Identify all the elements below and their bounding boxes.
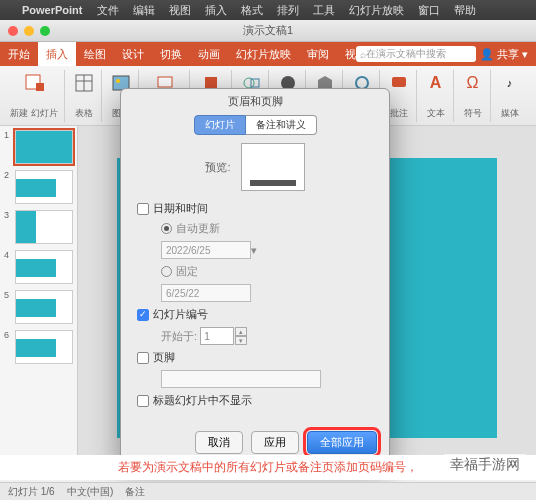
watermark: 幸福手游网 — [444, 454, 526, 476]
tab-design[interactable]: 设计 — [114, 42, 152, 66]
media-icon: ♪ — [499, 72, 521, 94]
menu-slideshow[interactable]: 幻灯片放映 — [349, 3, 404, 18]
new-slide-icon — [23, 72, 45, 94]
tab-animations[interactable]: 动画 — [190, 42, 228, 66]
footer-checkbox[interactable]: 页脚 — [137, 350, 373, 365]
ribbon-symbol[interactable]: Ω符号 — [456, 70, 491, 122]
ribbon-new-slide[interactable]: 新建 幻灯片 — [4, 70, 65, 122]
document-title: 演示文稿1 — [243, 23, 293, 38]
menu-format[interactable]: 格式 — [241, 3, 263, 18]
svg-rect-10 — [251, 79, 259, 87]
spin-up-icon[interactable]: ▴ — [235, 327, 247, 336]
status-notes[interactable]: 备注 — [125, 485, 145, 499]
menu-view[interactable]: 视图 — [169, 3, 191, 18]
window-titlebar: 演示文稿1 — [0, 20, 536, 42]
menu-insert[interactable]: 插入 — [205, 3, 227, 18]
svg-point-6 — [116, 79, 120, 83]
apply-button[interactable]: 应用 — [251, 431, 299, 454]
footer-input[interactable] — [161, 370, 321, 388]
menu-window[interactable]: 窗口 — [418, 3, 440, 18]
apply-all-button[interactable]: 全部应用 — [307, 431, 377, 454]
text-icon: A — [425, 72, 447, 94]
header-footer-dialog: 页眉和页脚 幻灯片 备注和讲义 预览: 日期和时间 自动更新 ▾ 固定 幻灯片编… — [120, 88, 390, 465]
tab-insert[interactable]: 插入 — [38, 42, 76, 66]
svg-rect-7 — [158, 77, 172, 87]
svg-rect-14 — [392, 77, 406, 87]
tab-home[interactable]: 开始 — [0, 42, 38, 66]
dialog-tabs: 幻灯片 备注和讲义 — [121, 115, 389, 135]
fixed-radio[interactable]: 固定 — [161, 264, 373, 279]
thumb-2[interactable]: 2 — [4, 170, 73, 204]
ribbon-table[interactable]: 表格 — [67, 70, 102, 122]
comment-icon — [388, 72, 410, 94]
minimize-icon[interactable] — [24, 26, 34, 36]
menu-file[interactable]: 文件 — [97, 3, 119, 18]
symbol-icon: Ω — [462, 72, 484, 94]
thumb-3[interactable]: 3 — [4, 210, 73, 244]
status-bar: 幻灯片 1/6 中文(中国) 备注 — [0, 482, 536, 500]
datetime-checkbox[interactable]: 日期和时间 — [137, 201, 373, 216]
app-name[interactable]: PowerPoint — [22, 4, 83, 16]
spin-down-icon[interactable]: ▾ — [235, 336, 247, 345]
thumb-6[interactable]: 6 — [4, 330, 73, 364]
table-icon — [73, 72, 95, 94]
auto-date-select[interactable] — [161, 241, 251, 259]
preview-thumbnail — [241, 143, 305, 191]
svg-rect-8 — [205, 77, 217, 89]
fixed-date-input[interactable] — [161, 284, 251, 302]
menu-help[interactable]: 帮助 — [454, 3, 476, 18]
tab-notes[interactable]: 备注和讲义 — [246, 115, 317, 135]
start-from-input[interactable]: 1 — [200, 327, 234, 345]
svg-point-13 — [356, 77, 368, 89]
thumb-1[interactable]: 1 — [4, 130, 73, 164]
tab-transitions[interactable]: 切换 — [152, 42, 190, 66]
search-input[interactable]: ⌕ 在演示文稿中搜索 — [356, 46, 476, 62]
tab-review[interactable]: 审阅 — [299, 42, 337, 66]
tab-draw[interactable]: 绘图 — [76, 42, 114, 66]
menu-tools[interactable]: 工具 — [313, 3, 335, 18]
start-from-row: 开始于: 1 ▴▾ — [161, 327, 373, 345]
tab-slide[interactable]: 幻灯片 — [194, 115, 246, 135]
macos-menubar: PowerPoint 文件 编辑 视图 插入 格式 排列 工具 幻灯片放映 窗口… — [0, 0, 536, 20]
menu-edit[interactable]: 编辑 — [133, 3, 155, 18]
dialog-title: 页眉和页脚 — [121, 89, 389, 111]
cancel-button[interactable]: 取消 — [195, 431, 243, 454]
thumb-4[interactable]: 4 — [4, 250, 73, 284]
menu-arrange[interactable]: 排列 — [277, 3, 299, 18]
tab-slideshow[interactable]: 幻灯片放映 — [228, 42, 299, 66]
status-slide: 幻灯片 1/6 — [8, 485, 55, 499]
preview-label: 预览: — [205, 160, 230, 175]
auto-update-radio[interactable]: 自动更新 — [161, 221, 373, 236]
ribbon-tabbar: 开始 插入 绘图 设计 切换 动画 幻灯片放映 审阅 视图 ⌕ 在演示文稿中搜索… — [0, 42, 536, 66]
slide-thumbnails[interactable]: 1 2 3 4 5 6 — [0, 126, 78, 470]
ribbon-text[interactable]: A文本 — [419, 70, 454, 122]
traffic-lights — [8, 26, 50, 36]
hide-on-title-checkbox[interactable]: 标题幻灯片中不显示 — [137, 393, 373, 408]
zoom-icon[interactable] — [40, 26, 50, 36]
status-lang: 中文(中国) — [67, 485, 114, 499]
thumb-5[interactable]: 5 — [4, 290, 73, 324]
ribbon-media[interactable]: ♪媒体 — [493, 70, 527, 122]
slide-number-checkbox[interactable]: 幻灯片编号 — [137, 307, 373, 322]
close-icon[interactable] — [8, 26, 18, 36]
share-button[interactable]: 👤 共享 ▾ — [480, 47, 528, 62]
svg-rect-1 — [36, 83, 44, 91]
preview-area: 预览: — [121, 143, 389, 191]
